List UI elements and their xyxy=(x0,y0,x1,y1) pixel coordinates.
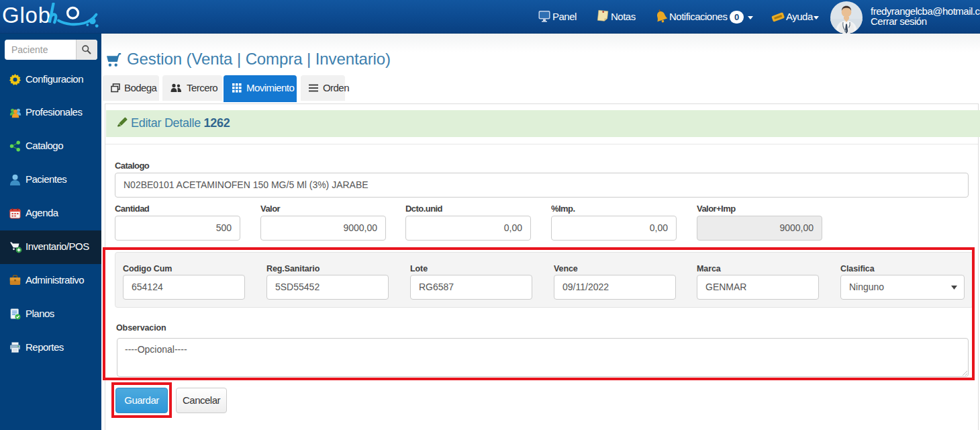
svg-text:Glob: Glob xyxy=(2,3,51,28)
